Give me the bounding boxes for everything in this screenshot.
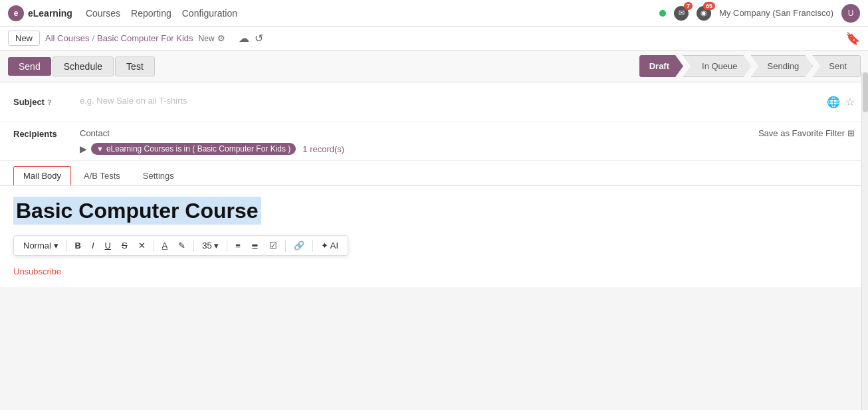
breadcrumb-all-courses[interactable]: All Courses	[45, 33, 89, 43]
translate-icon[interactable]: 🌐	[827, 96, 840, 108]
tab-settings[interactable]: Settings	[133, 166, 184, 185]
filter-text: eLearning Courses is in ( Basic Computer…	[106, 144, 290, 154]
toolbar-divider-5	[285, 240, 286, 252]
toolbar-checklist-button[interactable]: ☑	[265, 239, 281, 253]
topnav-right: ✉ 7 ◉ 65 My Company (San Francisco) U	[659, 4, 860, 23]
mail-body-area: Basic Computer Course Normal ▾ B I U S ✕…	[0, 186, 868, 287]
scrollbar[interactable]	[861, 72, 868, 287]
toolbar-font-size-button[interactable]: 35 ▾	[198, 239, 223, 253]
breadcrumb-actions: ☁ ↺	[239, 32, 263, 45]
breadcrumb-new-label: New	[199, 34, 215, 43]
toolbar-divider-2	[154, 240, 154, 252]
star-icon[interactable]: ☆	[845, 96, 855, 108]
scrollbar-thumb[interactable]	[863, 72, 868, 112]
status-in-queue[interactable]: In Queue	[683, 55, 752, 77]
main-navigation: Courses Reporting Configuration	[86, 8, 237, 19]
mail-body-heading[interactable]: Basic Computer Course	[13, 197, 261, 225]
top-navigation: e eLearning Courses Reporting Configurat…	[0, 0, 868, 27]
toolbar-divider-1	[66, 240, 67, 252]
content-tabs: Mail Body A/B Tests Settings	[0, 161, 868, 186]
tab-mail-body[interactable]: Mail Body	[13, 166, 71, 185]
app-name: eLearning	[28, 8, 72, 19]
send-button[interactable]: Send	[8, 57, 51, 76]
recipients-label: Recipients	[13, 128, 80, 139]
toolbar-link-button[interactable]: 🔗	[290, 239, 308, 253]
schedule-button[interactable]: Schedule	[53, 56, 114, 76]
recipients-value[interactable]: Contact	[80, 128, 745, 138]
tab-ab-tests[interactable]: A/B Tests	[74, 166, 130, 185]
toolbar-bold-button[interactable]: B	[71, 239, 85, 253]
toolbar-divider-4	[227, 240, 227, 252]
settings-gear-icon[interactable]: ⚙	[217, 33, 225, 43]
status-pipeline: Draft In Queue Sending Sent	[639, 55, 860, 77]
user-avatar[interactable]: U	[841, 4, 860, 23]
bookmark-icon[interactable]: 🔖	[845, 31, 860, 46]
save-cloud-icon[interactable]: ☁	[239, 32, 249, 45]
filter-row: ▶ ▼ eLearning Courses is in ( Basic Comp…	[13, 143, 855, 155]
subject-placeholder[interactable]: e.g. New Sale on all T-shirts	[80, 96, 187, 106]
save-favorite-icon: ⊞	[847, 128, 855, 138]
test-button[interactable]: Test	[115, 56, 155, 76]
toolbar-font-color-button[interactable]: A	[158, 239, 172, 253]
logo-icon: e	[8, 5, 24, 21]
recipients-row: Recipients Contact Save as Favorite Filt…	[13, 128, 855, 139]
status-sent[interactable]: Sent	[812, 55, 861, 77]
toolbar-italic-button[interactable]: I	[88, 239, 98, 253]
subject-section: Subject? e.g. New Sale on all T-shirts 🌐…	[0, 82, 868, 122]
save-favorite-filter[interactable]: Save as Favorite Filter ⊞	[758, 128, 855, 138]
activities-button[interactable]: ◉ 65	[697, 6, 711, 21]
app-logo[interactable]: e eLearning	[8, 5, 72, 21]
breadcrumb-separator: /	[92, 33, 94, 43]
unsubscribe-link[interactable]: Unsubscribe	[13, 266, 855, 276]
filter-badge[interactable]: ▼ eLearning Courses is in ( Basic Comput…	[91, 143, 296, 155]
nav-configuration[interactable]: Configuration	[182, 8, 237, 19]
company-name: My Company (San Francisco)	[719, 8, 833, 18]
subject-label: Subject?	[13, 96, 80, 107]
action-bar: Send Schedule Test Draft In Queue Sendin…	[0, 51, 868, 82]
online-status-dot	[659, 10, 666, 17]
subject-input-area: e.g. New Sale on all T-shirts	[80, 96, 827, 106]
messages-count: 7	[684, 2, 693, 10]
status-draft[interactable]: Draft	[639, 55, 683, 77]
filter-icon: ▼	[96, 145, 104, 153]
nav-courses[interactable]: Courses	[86, 8, 120, 19]
toolbar-unordered-list-button[interactable]: ≡	[231, 239, 245, 253]
messages-button[interactable]: ✉ 7	[674, 6, 689, 21]
subject-row: Subject? e.g. New Sale on all T-shirts 🌐…	[13, 90, 855, 114]
subject-tooltip[interactable]: ?	[47, 98, 52, 106]
breadcrumb-bar: New All Courses / Basic Computer For Kid…	[0, 27, 868, 51]
main-content: Subject? e.g. New Sale on all T-shirts 🌐…	[0, 82, 868, 287]
toolbar-underline-button[interactable]: U	[101, 239, 115, 253]
nav-reporting[interactable]: Reporting	[131, 8, 171, 19]
toolbar-divider-6	[312, 240, 313, 252]
breadcrumb: All Courses / Basic Computer For Kids	[45, 33, 193, 43]
filter-expand-arrow[interactable]: ▶	[80, 144, 87, 154]
undo-icon[interactable]: ↺	[255, 32, 263, 45]
toolbar-strikethrough-button[interactable]: S	[118, 239, 132, 253]
new-button[interactable]: New	[8, 31, 40, 46]
toolbar-eraser-button[interactable]: ✕	[134, 239, 150, 253]
toolbar-ordered-list-button[interactable]: ≣	[247, 239, 263, 253]
toolbar-divider-3	[193, 240, 194, 252]
breadcrumb-sub: New ⚙	[199, 33, 225, 43]
editor-toolbar: Normal ▾ B I U S ✕ A ✎ 35 ▾ ≡ ≣ ☑ 🔗 ✦ AI	[13, 235, 348, 256]
toolbar-pen-button[interactable]: ✎	[174, 239, 189, 253]
toolbar-ai-button[interactable]: ✦ AI	[317, 239, 342, 253]
toolbar-normal-select[interactable]: Normal ▾	[19, 239, 62, 253]
breadcrumb-current[interactable]: Basic Computer For Kids	[97, 33, 193, 43]
subject-icons: 🌐 ☆	[827, 96, 855, 108]
save-favorite-label: Save as Favorite Filter	[758, 128, 845, 138]
recipients-section: Recipients Contact Save as Favorite Filt…	[0, 122, 868, 161]
activities-count: 65	[703, 2, 715, 10]
status-sending[interactable]: Sending	[751, 55, 814, 77]
record-count[interactable]: 1 record(s)	[302, 144, 344, 154]
